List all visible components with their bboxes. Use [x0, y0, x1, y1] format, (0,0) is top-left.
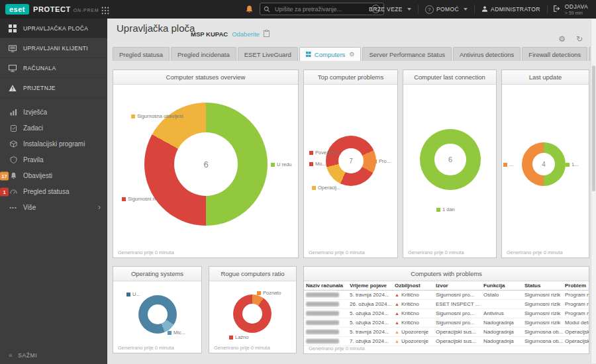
card-title[interactable]: Operating systems	[113, 267, 201, 281]
sidebar-item-label: Pregled statusa	[23, 188, 70, 195]
problem-row[interactable]: 26. ožujka 2024...▲KritičnoESET INSPECT …	[304, 300, 589, 309]
cell-time: 5. travnja 2024...	[348, 328, 393, 337]
generated-timestamp: Generirano prije 0 minuta	[118, 250, 174, 255]
legend-label: U...	[132, 291, 140, 297]
sidebar-item-obavijesti[interactable]: 17 Obavijesti	[0, 167, 107, 183]
more-dots-icon: •••	[9, 205, 17, 210]
tab-pregled-incidenata[interactable]: Pregled incidenata	[171, 47, 236, 61]
cell-problem: Program nije a...	[563, 300, 589, 309]
card-computer-statuses-overview: Computer statuses overview 6 Sigurnosna …	[113, 69, 299, 258]
card-title[interactable]: Computer last connection	[403, 70, 496, 85]
legend-swatch	[373, 159, 377, 163]
card-body: 6 1 dan	[403, 84, 496, 257]
legend-swatch	[257, 291, 261, 295]
problem-row[interactable]: 7. ožujka 2024...▲UpozorenjeOperacijski …	[304, 337, 589, 346]
problem-row[interactable]: 5. travnja 2024...▲UpozorenjeOperacijski…	[304, 328, 589, 337]
refresh-icon[interactable]: ↻	[576, 34, 583, 44]
dashboard-settings-gear-icon[interactable]: ⚙	[558, 34, 566, 44]
tab-label: Server Performance Status	[369, 51, 445, 58]
last-connection-donut-chart[interactable]: 6	[420, 129, 481, 190]
sidebar-item-upravljani-klijenti[interactable]: UPRAVLJANI KLIJENTI	[0, 38, 107, 58]
tab-computers[interactable]: Computers⚙	[299, 47, 362, 61]
sidebar-item-prijetnje[interactable]: PRIJETNJE	[0, 78, 107, 98]
redacted-computer-name	[306, 339, 339, 343]
app-grid-icon[interactable]	[101, 5, 109, 17]
legend-swatch	[122, 197, 126, 201]
user-menu[interactable]: ADMINISTRATOR	[475, 0, 547, 19]
card-body: U... Mic...	[113, 281, 201, 353]
sidebar-item-instalacijski-programi[interactable]: Instalacijski programi	[0, 136, 107, 152]
last-update-donut-chart[interactable]: 4	[522, 142, 566, 186]
operating-systems-donut-chart[interactable]	[138, 295, 177, 334]
cell-function: Nadogradnja	[481, 318, 522, 328]
tab-pregled-statusa[interactable]: Pregled statusa	[113, 47, 170, 61]
edition-label: ON-PREM	[74, 8, 99, 13]
legend-label: ...	[509, 161, 513, 167]
card-title[interactable]: Top computer problems	[304, 70, 397, 85]
rogue-ratio-donut-chart[interactable]	[233, 295, 272, 333]
cell-function: Antivirus	[481, 309, 522, 318]
card-title[interactable]: Computers with problems	[304, 267, 589, 281]
tab-label: Pregled statusa	[119, 51, 163, 58]
tab-settings-gear-icon[interactable]: ⚙	[349, 51, 354, 58]
legend-swatch	[229, 336, 233, 340]
help-label: POMOĆ	[436, 6, 459, 13]
legend-label: Sigurnosna obavijest	[137, 113, 183, 119]
card-computer-last-connection: Computer last connection 6 1 dan Generir…	[403, 69, 497, 258]
vertical-scrollbar[interactable]	[591, 19, 596, 363]
eset-brand: eset PROTECT ON-PREM	[5, 0, 99, 19]
column-header-izvor[interactable]: Izvor	[434, 281, 481, 291]
tab-firewall-detections[interactable]: Firewall detections	[522, 47, 587, 61]
status-count-badge: 1	[0, 188, 9, 197]
notifications-bell-icon	[9, 172, 17, 179]
problem-row[interactable]: 5. ožujka 2024...▲KritičnoSigurnosni pro…	[304, 318, 589, 328]
column-header-status[interactable]: Status	[522, 281, 563, 291]
legend-label: Lažno	[235, 334, 248, 340]
collapse-sidebar-button[interactable]: « SAŽMI	[9, 351, 37, 359]
sidebar-item-label: Više	[23, 204, 36, 211]
column-header-problem[interactable]: Problem	[563, 281, 589, 291]
donut-total: 4	[542, 161, 546, 168]
legend-swatch	[126, 293, 130, 296]
tab-label: Computers	[315, 51, 345, 58]
sidebar-item-pravila[interactable]: Pravila	[0, 152, 107, 167]
cell-time: 7. ožujka 2024...	[348, 337, 393, 346]
sidebar-item-upravljacka-ploca[interactable]: UPRAVLJAČKA PLOČA	[0, 19, 107, 38]
tab-server-performance-status[interactable]: Server Performance Status	[362, 47, 452, 61]
column-header-ozbiljnost[interactable]: Ozbiljnost	[393, 281, 434, 291]
customer-label: MSP KUPAC	[191, 30, 228, 38]
tab-antivirus-detections[interactable]: Antivirus detections	[453, 47, 521, 61]
cell-severity: ▲Kritično	[393, 318, 434, 328]
cell-function	[481, 300, 522, 309]
logout-button[interactable]: ODJAVA > 59 min	[548, 3, 593, 15]
sidebar-item-racunala[interactable]: RAČUNALA	[0, 58, 107, 78]
cell-problem: Operacijski sus...	[563, 328, 589, 337]
scrollbar-thumb[interactable]	[592, 66, 595, 191]
legend-label: Mo...	[315, 161, 326, 167]
tab-eset-liveguard[interactable]: ESET LiveGuard	[238, 47, 298, 61]
help-menu[interactable]: ? POMOĆ	[419, 0, 474, 19]
chevron-down-icon	[464, 8, 468, 11]
problems-donut-chart[interactable]: 7	[326, 136, 376, 186]
clipboard-icon[interactable]	[264, 28, 270, 40]
problem-row[interactable]: 5. travnja 2024...▲KritičnoSigurnosni pr…	[304, 291, 589, 300]
cell-computer-name	[304, 300, 348, 309]
quick-links-menu[interactable]: BRZE VEZE	[362, 0, 418, 19]
card-title[interactable]: Computer statuses overview	[113, 70, 298, 85]
problem-row[interactable]: 5. ožujka 2024...▲KritičnoSigurnosni pro…	[304, 309, 589, 318]
statuses-donut-chart[interactable]: 6	[144, 103, 268, 226]
sidebar-item-pregled-statusa[interactable]: 1 Pregled statusa	[0, 183, 107, 199]
chevron-down-icon	[407, 8, 411, 11]
column-header-vrijeme-pojave[interactable]: Vrijeme pojave	[348, 281, 393, 291]
sidebar-item-izvjesca[interactable]: Izvješća	[0, 104, 107, 120]
customer-select-link[interactable]: Odaberite	[232, 30, 260, 38]
column-header-funkcija[interactable]: Funkcija	[481, 281, 522, 291]
notification-bell-icon[interactable]	[245, 5, 254, 17]
sidebar-item-zadaci[interactable]: Zadaci	[0, 120, 107, 136]
sidebar-secondary-list: Izvješća Zadaci Instalacijski programi P…	[0, 104, 107, 215]
column-header-naziv-ra-unala[interactable]: Naziv računala	[304, 281, 348, 291]
sidebar-item-vise[interactable]: ••• Više ›	[0, 199, 107, 215]
card-title[interactable]: Last update	[502, 70, 589, 85]
card-title[interactable]: Rogue computers ratio	[209, 267, 296, 281]
search-input[interactable]	[273, 5, 372, 13]
